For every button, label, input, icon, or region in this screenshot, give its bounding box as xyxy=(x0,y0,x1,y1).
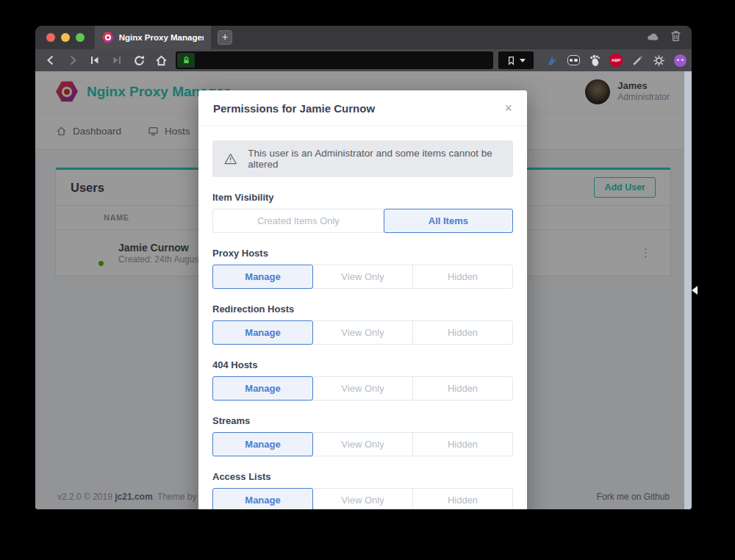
gear-extension-icon[interactable] xyxy=(652,54,665,67)
browser-tab-bar: Nginx Proxy Manager + xyxy=(35,26,692,49)
sidebar-reveal-arrow[interactable] xyxy=(692,286,698,295)
home-button[interactable] xyxy=(151,51,171,69)
item-visibility-section: Item Visibility Created Items Only All I… xyxy=(212,192,513,233)
skip-back-button[interactable] xyxy=(85,51,104,69)
warning-triangle-icon xyxy=(224,152,237,165)
redirection-hosts-toggle-group: Manage View Only Hidden xyxy=(212,320,513,345)
redirection-hosts-view-only-button[interactable]: View Only xyxy=(312,320,413,345)
favicon-icon xyxy=(102,32,114,43)
minimize-window-button[interactable] xyxy=(61,33,70,42)
browser-tab[interactable]: Nginx Proxy Manager xyxy=(95,26,211,49)
new-tab-button[interactable]: + xyxy=(218,30,232,45)
streams-view-only-button[interactable]: View Only xyxy=(312,432,413,456)
proxy-hosts-hidden-button[interactable]: Hidden xyxy=(412,265,513,289)
desktop: Nginx Proxy Manager + xyxy=(0,0,735,560)
zoom-window-button[interactable] xyxy=(76,33,85,42)
access-lists-hidden-button[interactable]: Hidden xyxy=(412,488,513,509)
stylus-extension-icon[interactable] xyxy=(631,54,644,67)
skip-forward-button[interactable] xyxy=(107,51,126,69)
permissions-modal: Permissions for Jamie Curnow × This user… xyxy=(198,90,527,509)
adblock-plus-icon[interactable]: ABP xyxy=(609,54,623,67)
browser-window: Nginx Proxy Manager + xyxy=(35,26,692,509)
access-lists-toggle-group: Manage View Only Hidden xyxy=(212,488,513,509)
goggles-extension-icon[interactable] xyxy=(567,54,580,67)
redirection-hosts-manage-button[interactable]: Manage xyxy=(212,320,313,345)
browser-toolbar: ABP xyxy=(35,49,692,71)
close-window-button[interactable] xyxy=(46,33,55,42)
chevron-down-icon xyxy=(520,59,526,62)
purple-extension-icon[interactable] xyxy=(673,54,686,67)
bookmarks-menu[interactable] xyxy=(498,51,534,69)
404-hosts-hidden-button[interactable]: Hidden xyxy=(412,376,513,401)
redirection-hosts-section: Redirection Hosts Manage View Only Hidde… xyxy=(212,304,513,345)
visibility-toggle-group: Created Items Only All Items xyxy=(212,209,513,233)
proxy-hosts-manage-button[interactable]: Manage xyxy=(212,265,313,289)
forward-button[interactable] xyxy=(63,51,82,69)
streams-hidden-button[interactable]: Hidden xyxy=(412,432,513,456)
tab-title: Nginx Proxy Manager xyxy=(119,33,204,42)
access-lists-section: Access Lists Manage View Only Hidden xyxy=(212,471,513,509)
trash-icon[interactable] xyxy=(670,30,681,45)
modal-title: Permissions for Jamie Curnow xyxy=(213,102,375,115)
redirection-hosts-hidden-button[interactable]: Hidden xyxy=(412,320,513,345)
bird-extension-icon[interactable] xyxy=(545,54,559,67)
reload-button[interactable] xyxy=(129,51,148,69)
admin-warning-alert: This user is an Administrator and some i… xyxy=(212,140,513,177)
cloud-sync-icon[interactable] xyxy=(647,31,660,44)
address-bar[interactable] xyxy=(176,51,493,69)
proxy-hosts-toggle-group: Manage View Only Hidden xyxy=(212,265,513,289)
streams-section: Streams Manage View Only Hidden xyxy=(212,415,513,456)
window-controls xyxy=(35,26,95,49)
extension-icons: ABP xyxy=(541,54,692,67)
streams-manage-button[interactable]: Manage xyxy=(212,432,313,456)
back-button[interactable] xyxy=(41,51,60,69)
proxy-hosts-section: Proxy Hosts Manage View Only Hidden xyxy=(212,248,513,289)
item-visibility-label: Item Visibility xyxy=(212,192,513,203)
bookmark-flag-icon xyxy=(506,55,516,66)
secure-lock-icon[interactable] xyxy=(177,53,195,68)
page-scrollbar[interactable] xyxy=(684,71,692,509)
404-hosts-manage-button[interactable]: Manage xyxy=(212,376,313,401)
all-items-button[interactable]: All Items xyxy=(384,209,513,233)
created-items-only-button[interactable]: Created Items Only xyxy=(212,209,384,233)
404-hosts-view-only-button[interactable]: View Only xyxy=(312,376,413,401)
gnome-foot-extension-icon[interactable] xyxy=(588,54,601,67)
access-lists-manage-button[interactable]: Manage xyxy=(212,488,313,509)
proxy-hosts-view-only-button[interactable]: View Only xyxy=(312,265,413,289)
404-hosts-toggle-group: Manage View Only Hidden xyxy=(212,376,513,401)
alert-text: This user is an Administrator and some i… xyxy=(248,148,501,170)
404-hosts-section: 404 Hosts Manage View Only Hidden xyxy=(212,359,513,401)
access-lists-view-only-button[interactable]: View Only xyxy=(312,488,413,509)
close-icon[interactable]: × xyxy=(504,101,512,115)
page-viewport: Nginx Proxy Manager James Administrator … xyxy=(35,71,692,509)
streams-toggle-group: Manage View Only Hidden xyxy=(212,432,513,456)
